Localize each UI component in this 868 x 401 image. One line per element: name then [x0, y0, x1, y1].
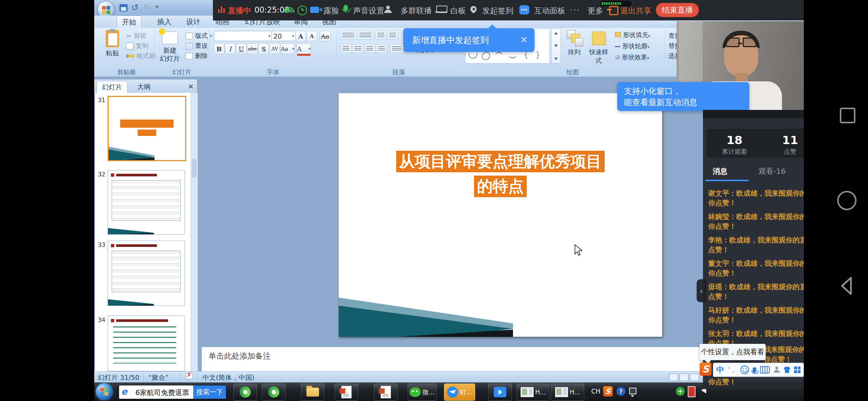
taskbar-window-1[interactable]: H...: [517, 384, 549, 401]
phone-back-button[interactable]: [838, 275, 855, 297]
bullets-button[interactable]: [341, 31, 356, 40]
arrange-button[interactable]: 排列: [565, 30, 584, 56]
slide-thumbnail-33[interactable]: [108, 241, 185, 306]
ime-punctuation-button[interactable]: ’，: [728, 365, 737, 374]
tray-window-icon[interactable]: [629, 388, 637, 394]
pane-tab-slides[interactable]: 幻灯片: [96, 81, 128, 93]
tab-design[interactable]: 设计: [181, 16, 206, 28]
tray-sogou-icon[interactable]: S: [603, 386, 613, 397]
reset-button[interactable]: 重设: [185, 41, 212, 51]
tab-viewers[interactable]: 观看-16: [759, 166, 786, 176]
taskbar-360-browser-1[interactable]: [233, 384, 257, 401]
end-live-button[interactable]: 结束直播: [656, 3, 699, 17]
whiteboard-icon[interactable]: [436, 6, 447, 13]
wave-shape-icon[interactable]: [509, 52, 517, 58]
multicast-button[interactable]: 多群联播: [401, 6, 432, 16]
tray-plus-icon[interactable]: +: [676, 387, 685, 396]
start-button[interactable]: [96, 383, 113, 400]
tab-messages[interactable]: 消息: [713, 166, 727, 176]
signin-pin-icon[interactable]: [469, 4, 478, 13]
new-slide-button[interactable]: 新建幻灯片: [158, 30, 182, 63]
phone-home-button[interactable]: [837, 191, 857, 210]
quick-access-caret-icon[interactable]: ▾: [156, 4, 158, 10]
italic-button[interactable]: I: [225, 43, 236, 54]
increase-indent-button[interactable]: [387, 31, 398, 40]
multicast-icon[interactable]: [384, 6, 392, 13]
pane-close-icon[interactable]: ×: [188, 82, 194, 91]
slide-canvas[interactable]: 从项目评审要点理解优秀项目 的特点: [339, 93, 662, 337]
spellcheck-icon[interactable]: ✗: [185, 373, 193, 379]
interact-panel-button[interactable]: 互动面板: [534, 6, 565, 16]
columns-button[interactable]: [390, 44, 404, 53]
signin-button[interactable]: 发起签到: [482, 6, 513, 16]
skin-icon[interactable]: [783, 367, 790, 373]
shapes-more-icon[interactable]: [554, 58, 558, 60]
tray-help-icon[interactable]: ?: [617, 387, 625, 396]
numbering-button[interactable]: [358, 31, 373, 40]
pane-tab-outline[interactable]: 大纲: [132, 81, 156, 92]
taskbar-360-browser-2[interactable]: [262, 384, 286, 401]
shape-outline-button[interactable]: 形状轮廓▾: [615, 42, 650, 50]
quick-styles-button[interactable]: 快速样式: [587, 30, 611, 65]
tab-home[interactable]: 开始: [116, 16, 142, 28]
font-color-button[interactable]: A▾: [297, 43, 311, 56]
search-button[interactable]: 搜索一下: [193, 385, 226, 399]
phone-recents-button[interactable]: [840, 108, 855, 123]
emoji-icon[interactable]: [740, 365, 749, 374]
personal-settings-tooltip[interactable]: 个性设置，点我看看: [700, 344, 766, 360]
tray-language[interactable]: CH: [591, 388, 601, 395]
taskbar-video-app[interactable]: [488, 384, 512, 401]
cut-button[interactable]: ✂剪切: [126, 31, 155, 41]
more-dots-button[interactable]: ···: [570, 6, 581, 14]
panel-collapse-button[interactable]: ‹: [697, 279, 706, 302]
scroll-up-icon[interactable]: [554, 32, 558, 35]
toolbox-icon[interactable]: [794, 366, 800, 373]
view-slideshow-icon[interactable]: [690, 374, 699, 381]
grow-font-button[interactable]: A: [295, 31, 306, 42]
voice-input-icon[interactable]: [753, 367, 756, 373]
interact-panel-icon[interactable]: [519, 5, 529, 14]
taskbar-dingtalk[interactable]: 钉...: [444, 384, 475, 401]
taskbar-window-2[interactable]: H...: [551, 384, 584, 401]
more-button[interactable]: 更多: [588, 6, 603, 16]
character-spacing-button[interactable]: AV: [269, 43, 280, 54]
underline-button[interactable]: U: [236, 43, 247, 54]
taskbar-folder[interactable]: [301, 384, 325, 401]
view-normal-icon[interactable]: [669, 374, 678, 381]
slide-thumbnail-34[interactable]: [108, 316, 185, 371]
format-painter-button[interactable]: 格式刷: [126, 51, 155, 61]
taskbar-powerpoint-1[interactable]: [335, 384, 358, 401]
taskbar-powerpoint-2[interactable]: [374, 384, 398, 401]
align-right-button[interactable]: [364, 44, 375, 53]
tab-insert[interactable]: 插入: [152, 16, 177, 28]
sound-settings-button[interactable]: 声音设置: [353, 6, 384, 16]
slide-thumbnail-31[interactable]: [108, 96, 186, 161]
arc-shape-icon[interactable]: [495, 52, 503, 59]
decrease-indent-button[interactable]: [375, 31, 386, 40]
shape-effects-button[interactable]: 形状效果▾: [615, 53, 649, 62]
scrollbar-thumb[interactable]: [192, 159, 197, 178]
camera-icon[interactable]: [310, 7, 319, 13]
show-face-button[interactable]: 露脸: [323, 6, 339, 16]
mic-icon[interactable]: [343, 5, 348, 11]
view-sorter-icon[interactable]: [680, 374, 688, 381]
exit-share-icon[interactable]: [609, 6, 618, 15]
shape-fill-button[interactable]: 形状填充▾: [615, 31, 650, 39]
undo-icon[interactable]: ↺: [131, 2, 139, 13]
clear-formatting-button[interactable]: Aa: [320, 31, 331, 42]
tray-battery-icon[interactable]: [688, 386, 696, 397]
font-size-combo[interactable]: 20▾: [272, 31, 296, 41]
paste-button[interactable]: 粘贴: [102, 30, 123, 58]
layout-button[interactable]: 版式▾: [185, 31, 212, 41]
shrink-font-button[interactable]: A: [306, 31, 317, 42]
scroll-down-icon[interactable]: [554, 45, 558, 47]
save-icon[interactable]: [119, 4, 128, 12]
curve-shape-icon[interactable]: [468, 53, 477, 59]
sogou-logo-icon[interactable]: S: [700, 362, 711, 376]
exit-share-button[interactable]: 退出共享: [620, 6, 651, 16]
text-shadow-button[interactable]: S: [258, 43, 269, 54]
taskbar-search-box[interactable]: e 6家航司免费退票 搜索一下: [119, 385, 226, 399]
font-name-combo[interactable]: ▾: [214, 31, 272, 41]
slides-pane-scrollbar[interactable]: [191, 93, 198, 371]
ime-mode-button[interactable]: 中: [716, 365, 724, 375]
